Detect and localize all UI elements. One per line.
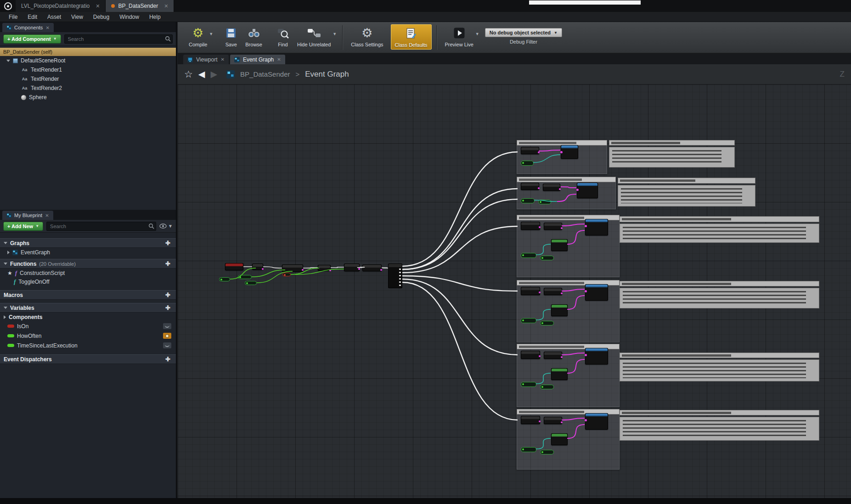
expander-icon[interactable]	[4, 307, 7, 309]
variable-get-pill-node[interactable]	[521, 161, 534, 166]
compile-button[interactable]: ⚙ Compile	[185, 24, 211, 49]
tab-event-graph[interactable]: Event Graph ✕	[230, 55, 285, 64]
variable-get-pill-node[interactable]	[282, 273, 291, 276]
find-button[interactable]: Find	[272, 24, 293, 49]
debug-object-dropdown[interactable]: No debug object selected ▼	[485, 28, 562, 37]
chevron-down-icon[interactable]: ▼	[333, 32, 337, 36]
blueprint-node[interactable]	[585, 284, 608, 301]
variable-get-pill-node[interactable]	[521, 382, 536, 387]
breadcrumb-graph[interactable]: Event Graph	[305, 70, 349, 79]
variable-get-pill-node[interactable]	[540, 450, 554, 454]
chevron-down-icon[interactable]: ▼	[475, 32, 479, 36]
close-icon[interactable]: ✕	[45, 213, 49, 218]
menu-window[interactable]: Window	[114, 14, 144, 20]
add-new-button[interactable]: + Add New ▼	[3, 222, 43, 231]
blueprint-node[interactable]	[543, 184, 560, 191]
blueprint-node[interactable]	[521, 351, 540, 359]
blueprint-node[interactable]	[544, 352, 562, 359]
add-variable-button[interactable]: ✚	[165, 304, 170, 311]
visibility-eye-toggle[interactable]	[163, 342, 171, 348]
breadcrumb-asset[interactable]: BP_DataSender	[240, 70, 290, 78]
add-graph-button[interactable]: ✚	[165, 240, 170, 246]
menu-file[interactable]: File	[4, 14, 23, 20]
blueprint-node[interactable]	[577, 183, 598, 198]
blueprint-node[interactable]	[544, 288, 562, 295]
components-selected-row[interactable]: BP_DataSender (self)	[0, 48, 176, 56]
visibility-filter-button[interactable]: ▼	[159, 224, 173, 229]
variable-get-pill-node[interactable]	[219, 277, 230, 281]
nav-back-arrow-icon[interactable]: ◀	[198, 70, 205, 78]
tab-my-blueprint[interactable]: My Blueprint ✕	[2, 211, 53, 220]
comment-title-block[interactable]	[620, 281, 819, 286]
list-item-toggleonoff[interactable]: f ToggleOnOff	[0, 277, 176, 286]
blueprint-node[interactable]	[585, 413, 608, 430]
graph-node-cluster[interactable]	[517, 215, 620, 277]
expander-icon[interactable]	[7, 251, 10, 254]
close-icon[interactable]: ✕	[277, 57, 281, 62]
variable-get-pill-node[interactable]	[521, 447, 536, 452]
tree-item-textrender[interactable]: Aa TextRender	[0, 74, 176, 84]
comment-title-block[interactable]	[620, 353, 819, 358]
variable-get-pill-node[interactable]	[245, 281, 257, 285]
preview-live-button[interactable]: Preview Live	[441, 24, 477, 49]
blueprint-node[interactable]	[225, 263, 243, 270]
variable-get-pill-node[interactable]	[540, 385, 554, 389]
variables-section-header[interactable]: Variables ✚	[0, 303, 176, 313]
comment-title-block[interactable]	[618, 178, 755, 184]
favorite-star-icon[interactable]: ☆	[184, 69, 193, 79]
menu-edit[interactable]: Edit	[23, 14, 42, 20]
add-component-button[interactable]: + Add Component ▼	[3, 34, 61, 44]
graph-node-cluster[interactable]	[517, 280, 620, 342]
variable-get-pill-node[interactable]	[540, 256, 554, 260]
comment-text-block[interactable]	[620, 359, 819, 381]
graph-node-cluster[interactable]	[517, 177, 616, 209]
asset-tab-level[interactable]: LVL_PixotopeDataIntegratio ✕	[16, 0, 106, 12]
close-icon[interactable]: ✕	[45, 25, 49, 30]
blueprint-node[interactable]	[585, 348, 608, 364]
variable-row-howoften[interactable]: HowOften	[0, 331, 176, 341]
graph-node-cluster[interactable]	[517, 344, 620, 407]
list-item-constructionscript[interactable]: ★ f ConstructionScript	[0, 269, 176, 277]
hide-unrelated-button[interactable]: Hide Unrelated	[293, 24, 334, 49]
variable-get-pill-node[interactable]	[521, 253, 536, 258]
comment-text-block[interactable]	[620, 224, 819, 243]
comment-title-block[interactable]	[609, 140, 735, 146]
tree-item-textrender2[interactable]: Aa TextRender2	[0, 84, 176, 93]
blueprint-node[interactable]	[252, 263, 263, 270]
comment-title-block[interactable]	[620, 410, 819, 415]
variable-row-ison[interactable]: IsOn	[0, 321, 176, 331]
blueprint-node[interactable]	[544, 223, 562, 230]
blueprint-node[interactable]	[521, 287, 540, 295]
blueprint-node[interactable]	[362, 264, 382, 271]
blueprint-node[interactable]	[544, 417, 562, 424]
cluster-title-bar[interactable]	[517, 177, 616, 182]
blueprint-node[interactable]	[585, 219, 608, 235]
variable-get-pill-node[interactable]	[521, 198, 535, 203]
tab-components[interactable]: Components ✕	[2, 23, 54, 32]
blueprint-node[interactable]	[561, 145, 578, 159]
blueprint-node[interactable]	[521, 222, 540, 230]
graph-node-cluster[interactable]	[517, 140, 607, 174]
variables-components-subheader[interactable]: Components	[0, 313, 176, 321]
graph-node-cluster[interactable]	[517, 409, 620, 470]
close-icon[interactable]: ✕	[164, 3, 168, 9]
comment-title-block[interactable]	[620, 216, 819, 222]
blueprint-node[interactable]	[521, 183, 539, 190]
variable-get-pill-node[interactable]	[538, 200, 551, 204]
tree-item-sphere[interactable]: Sphere	[0, 93, 176, 102]
class-defaults-button[interactable]: Class Defaults	[391, 24, 432, 50]
expander-icon[interactable]	[4, 263, 7, 265]
blueprint-node[interactable]	[551, 368, 568, 380]
add-function-button[interactable]: ✚	[165, 260, 170, 267]
expander-icon[interactable]	[4, 242, 7, 244]
close-icon[interactable]: ✕	[96, 3, 100, 9]
blueprint-node[interactable]	[282, 264, 303, 272]
list-item-eventgraph[interactable]: EventGraph	[0, 248, 176, 257]
add-macro-button[interactable]: ✚	[165, 291, 170, 298]
comment-text-block[interactable]	[620, 288, 819, 308]
tab-viewport[interactable]: Viewport ✕	[183, 55, 229, 64]
comment-text-block[interactable]	[609, 147, 735, 168]
functions-section-header[interactable]: Functions (20 Overridable) ✚	[0, 259, 176, 269]
variable-get-pill-node[interactable]	[521, 318, 536, 323]
save-button[interactable]: Save	[220, 24, 242, 49]
